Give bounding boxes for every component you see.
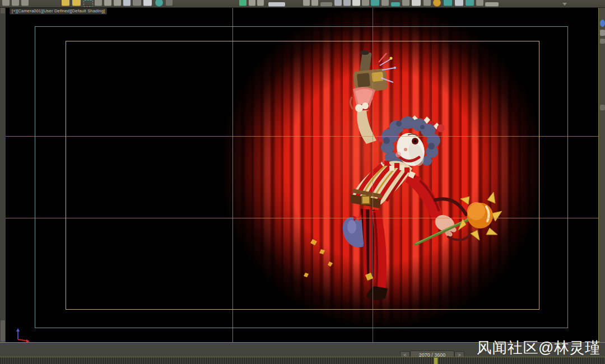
- render-setup-icon[interactable]: [444, 0, 452, 6]
- percent-snap-icon[interactable]: [257, 0, 264, 6]
- script-editor-icon[interactable]: [424, 0, 431, 6]
- extended-arm: [406, 171, 443, 221]
- main-toolbar[interactable]: [0, 0, 605, 8]
- left-scroll-thumb[interactable]: [1, 320, 5, 342]
- render-production-icon[interactable]: [466, 0, 474, 6]
- viewport-label[interactable]: [+][Camera001][User Defined][Default Sha…: [10, 8, 107, 15]
- schematic-view-icon[interactable]: [412, 0, 421, 6]
- camera-viewport[interactable]: [+][Camera001][User Defined][Default Sha…: [6, 8, 598, 342]
- world-axis-gizmo: [12, 328, 31, 342]
- snaps-toggle-icon[interactable]: [239, 0, 246, 6]
- select-and-scale-icon[interactable]: [123, 0, 131, 6]
- unlink-selection-icon[interactable]: [12, 0, 19, 6]
- dope-sheet-icon[interactable]: [402, 0, 409, 6]
- named-selection-field[interactable]: [268, 2, 285, 7]
- align-icon[interactable]: [343, 0, 351, 6]
- time-scrubber[interactable]: [434, 357, 438, 364]
- sequence-icon[interactable]: [485, 2, 499, 7]
- select-object-icon[interactable]: [62, 0, 69, 6]
- select-by-name-icon[interactable]: [72, 0, 81, 6]
- select-and-rotate-icon[interactable]: [114, 0, 121, 6]
- gun-prop: [353, 50, 396, 93]
- legs: [361, 209, 388, 300]
- command-panel-strip[interactable]: [598, 8, 605, 342]
- bind-to-space-warp-icon[interactable]: [21, 0, 29, 6]
- use-pivot-center-icon[interactable]: [143, 0, 152, 6]
- clown-character[interactable]: [302, 31, 504, 342]
- panel-icon-top[interactable]: [600, 30, 605, 36]
- select-and-link-icon[interactable]: [2, 0, 10, 6]
- curve-editor-icon[interactable]: [391, 2, 400, 7]
- layer-manager-icon[interactable]: [352, 0, 360, 6]
- mirror-icon[interactable]: [334, 0, 342, 6]
- panel-icon-small[interactable]: [600, 39, 605, 44]
- window-crossing-icon[interactable]: [95, 0, 102, 6]
- angle-snap-icon[interactable]: [249, 0, 255, 6]
- selection-region-icon[interactable]: [83, 0, 93, 7]
- watermark-text: 风闻社区@林灵瑾: [477, 338, 605, 357]
- select-and-manipulate-icon[interactable]: [155, 0, 163, 7]
- confetti: [304, 239, 333, 277]
- render-in-cloud-icon[interactable]: [476, 0, 483, 6]
- selection-filter-icon[interactable]: [311, 0, 318, 6]
- scene-explorer-icon[interactable]: [371, 0, 379, 6]
- graphite-ribbon-icon[interactable]: [362, 0, 369, 6]
- rendered-frame-window-icon[interactable]: [455, 0, 463, 6]
- 3dsmax-window: [+][Camera001][User Defined][Default Sha…: [0, 0, 605, 364]
- material-editor-icon[interactable]: [433, 0, 441, 7]
- panel-marker[interactable]: [600, 105, 605, 110]
- help-icon[interactable]: [600, 20, 605, 27]
- toolbar-overflow-icon[interactable]: [562, 3, 567, 6]
- keyboard-override-icon[interactable]: [166, 0, 173, 6]
- selection-set-dropdown[interactable]: [320, 2, 332, 7]
- select-and-move-icon[interactable]: [104, 0, 111, 6]
- left-strip-cap: [1, 8, 5, 13]
- edit-named-selections-icon[interactable]: [303, 0, 310, 6]
- display-toggle-icon[interactable]: [381, 0, 389, 6]
- raised-arm: [355, 102, 376, 144]
- track-bar[interactable]: [0, 357, 605, 364]
- reference-coordinate-icon[interactable]: [133, 0, 141, 6]
